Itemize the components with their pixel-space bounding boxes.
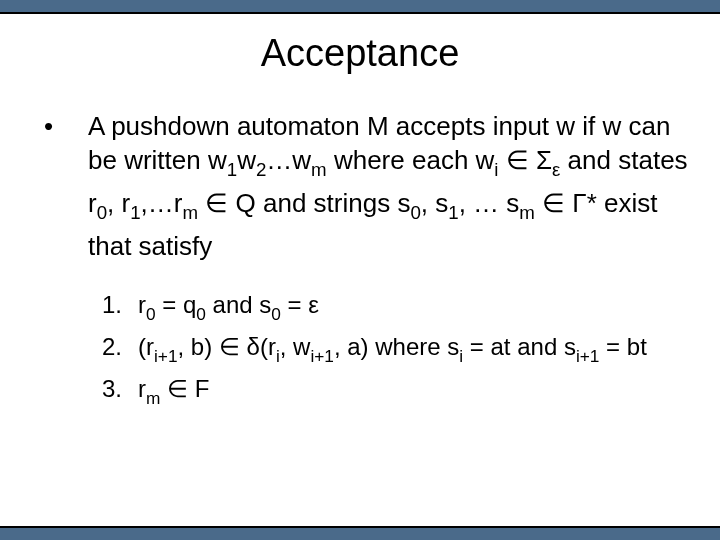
text: , a) where s (334, 333, 459, 360)
text: and s (206, 291, 271, 318)
subscript: m (519, 202, 535, 223)
text: = q (156, 291, 197, 318)
subscript: i (276, 346, 280, 366)
subscript: ε (552, 159, 560, 180)
slide: Acceptance • A pushdown automaton M acce… (0, 0, 720, 540)
item-text: rm ∈ F (138, 373, 692, 413)
text: , r (107, 188, 130, 218)
bullet-item: • A pushdown automaton M accepts input w… (44, 109, 692, 263)
item-text: r0 = q0 and s0 = ε (138, 289, 692, 329)
text: = at and s (463, 333, 576, 360)
bullet-marker: • (44, 109, 88, 143)
subscript: m (146, 388, 160, 408)
top-border-bar (0, 0, 720, 14)
text: ∈ Q and strings s (198, 188, 410, 218)
text: ∈ Σ (499, 145, 553, 175)
list-item: 2. (ri+1, b) ∈ δ(ri, wi+1, a) where si =… (102, 331, 692, 371)
subscript: 2 (256, 159, 266, 180)
subscript: i+1 (310, 346, 334, 366)
text: , b) ∈ δ(r (178, 333, 276, 360)
list-item: 1. r0 = q0 and s0 = ε (102, 289, 692, 329)
text: , … s (459, 188, 520, 218)
item-marker: 3. (102, 373, 138, 405)
text: …w (266, 145, 311, 175)
subscript: 1 (227, 159, 237, 180)
item-text: (ri+1, b) ∈ δ(ri, wi+1, a) where si = at… (138, 331, 692, 371)
text: , w (280, 333, 311, 360)
subscript: 0 (146, 304, 156, 324)
item-marker: 2. (102, 331, 138, 363)
text: r (138, 291, 146, 318)
subscript: 1 (448, 202, 458, 223)
text: , s (421, 188, 448, 218)
subscript: 0 (271, 304, 281, 324)
list-item: 3. rm ∈ F (102, 373, 692, 413)
bottom-border-bar (0, 526, 720, 540)
subscript: i (459, 346, 463, 366)
text: = ε (281, 291, 319, 318)
bullet-text: A pushdown automaton M accepts input w i… (88, 109, 692, 263)
subscript: m (182, 202, 198, 223)
text: r (138, 375, 146, 402)
numbered-list: 1. r0 = q0 and s0 = ε 2. (ri+1, b) ∈ δ(r… (44, 289, 692, 412)
slide-title: Acceptance (0, 32, 720, 75)
text: w (237, 145, 256, 175)
text: where each w (327, 145, 495, 175)
text: ,…r (141, 188, 183, 218)
text: ∈ F (160, 375, 209, 402)
subscript: 0 (196, 304, 206, 324)
subscript: 0 (410, 202, 420, 223)
subscript: m (311, 159, 327, 180)
subscript: i (494, 159, 498, 180)
slide-content: • A pushdown automaton M accepts input w… (0, 109, 720, 413)
subscript: 0 (97, 202, 107, 223)
subscript: i+1 (154, 346, 178, 366)
subscript: 1 (130, 202, 140, 223)
item-marker: 1. (102, 289, 138, 321)
text: = bt (599, 333, 646, 360)
text: (r (138, 333, 154, 360)
subscript: i+1 (576, 346, 600, 366)
